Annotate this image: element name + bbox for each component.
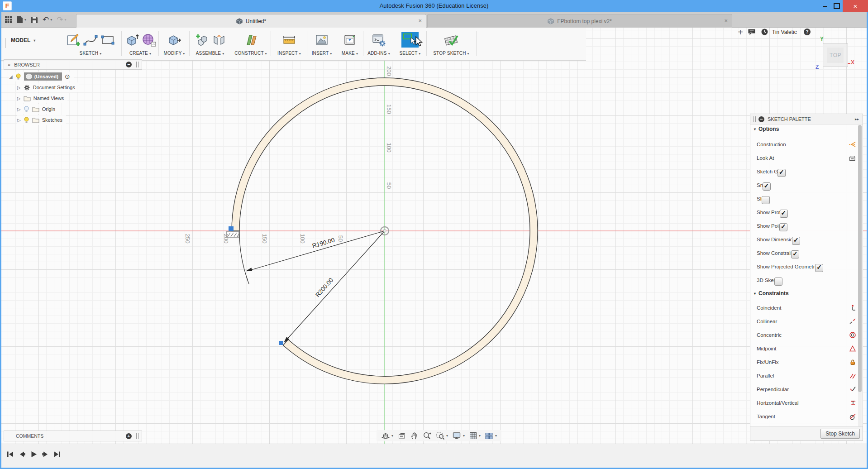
3d-sketch-checkbox[interactable] xyxy=(774,278,782,286)
viewcube-face-top[interactable]: TOP xyxy=(827,48,844,63)
palette-row-snap[interactable]: Snap xyxy=(750,180,863,191)
user-name[interactable]: Tin Valetic xyxy=(772,29,797,35)
palette-row-midpoint[interactable]: Midpoint xyxy=(750,343,863,354)
selected-endpoint[interactable] xyxy=(229,226,234,231)
palette-row-look-at[interactable]: Look At xyxy=(750,153,863,163)
sketch-grid-checkbox[interactable] xyxy=(777,169,786,177)
viewports-settings[interactable]: ▾ xyxy=(485,432,497,440)
palette-scrollbar[interactable] xyxy=(858,125,862,427)
ribbon-menu-stop-sketch[interactable]: STOP SKETCH ▾ xyxy=(427,51,475,56)
ribbon-menu-create[interactable]: CREATE ▾ xyxy=(122,51,158,56)
show-points-checkbox[interactable] xyxy=(779,223,787,231)
ribbon-menu-inspect[interactable]: INSPECT ▾ xyxy=(272,51,307,56)
palette-row-show-points[interactable]: Show Points xyxy=(750,220,863,231)
scripts-addins-icon[interactable] xyxy=(372,33,386,47)
lock-icon[interactable] xyxy=(849,359,856,366)
concentric-icon[interactable] xyxy=(849,331,856,339)
slice-checkbox[interactable] xyxy=(762,196,770,204)
expand-icon[interactable]: ▷ xyxy=(17,107,21,112)
panel-grip[interactable] xyxy=(136,62,139,67)
ribbon-menu-assemble[interactable]: ASSEMBLE ▾ xyxy=(190,51,230,56)
palette-row-slice[interactable]: Slice xyxy=(750,193,863,204)
tab-fpbottom-top-plexi[interactable]: FPbottom top plexi v2* × xyxy=(427,14,732,28)
ribbon-menu-addins[interactable]: ADD-INS ▾ xyxy=(364,51,394,56)
palette-row-perpendicular[interactable]: Perpendicular xyxy=(750,384,863,395)
rectangle-icon[interactable] xyxy=(100,33,115,47)
play-icon[interactable] xyxy=(30,450,38,458)
new-component-icon[interactable] xyxy=(194,33,209,47)
form-icon[interactable] xyxy=(142,33,156,47)
palette-row-concentric[interactable]: Concentric xyxy=(750,330,863,340)
browser-item-document-settings[interactable]: ▷ Document Settings xyxy=(17,82,79,92)
palette-row-3d-sketch[interactable]: 3D Sketch xyxy=(750,275,863,286)
construction-icon[interactable] xyxy=(848,141,856,148)
ribbon-menu-insert[interactable]: INSERT ▾ xyxy=(308,51,336,56)
clock-icon[interactable] xyxy=(761,28,768,36)
close-icon[interactable]: × xyxy=(724,17,728,24)
expand-icon[interactable]: ▷ xyxy=(17,85,21,90)
palette-row-coincident[interactable]: Coincident xyxy=(750,302,863,313)
root-node[interactable]: (Unsaved) xyxy=(24,72,62,81)
workspace-switcher[interactable]: MODEL▾ xyxy=(11,37,35,43)
show-constraints-checkbox[interactable] xyxy=(791,250,799,258)
insert-image-icon[interactable] xyxy=(315,33,329,47)
file-menu[interactable]: ▾ xyxy=(17,16,26,24)
apps-grid-icon[interactable] xyxy=(5,16,12,24)
maximize-button[interactable] xyxy=(831,0,843,12)
skip-end-icon[interactable] xyxy=(53,450,61,458)
tab-untitled[interactable]: Untitled* × xyxy=(76,14,426,28)
close-icon[interactable]: × xyxy=(418,17,422,24)
skip-start-icon[interactable] xyxy=(6,450,14,458)
palette-row-horizontal-vertical[interactable]: Horizontal/Vertical xyxy=(750,397,863,408)
show-projected-checkbox[interactable] xyxy=(815,264,823,272)
ribbon-menu-make[interactable]: MAKE ▾ xyxy=(337,51,363,56)
browser-item-origin[interactable]: ▷ Origin xyxy=(17,104,59,114)
palette-row-show-constraints[interactable]: Show Constraints xyxy=(750,248,863,258)
minimize-button[interactable] xyxy=(819,0,831,12)
joint-icon[interactable] xyxy=(211,33,226,47)
close-button[interactable]: × xyxy=(843,0,868,12)
panel-options-icon[interactable]: − xyxy=(126,62,132,67)
display-settings[interactable]: ▾ xyxy=(452,431,465,440)
grid-snap-settings[interactable]: ▾ xyxy=(469,431,481,440)
ribbon-grip[interactable] xyxy=(3,38,5,48)
midpoint-icon[interactable] xyxy=(849,345,856,352)
collapse-left-icon[interactable]: « xyxy=(8,62,10,67)
3d-print-icon[interactable] xyxy=(343,33,357,47)
scrollbar-thumb[interactable] xyxy=(858,125,862,392)
stop-sketch-icon[interactable] xyxy=(444,32,459,48)
browser-item-named-views[interactable]: ▷ Named Views xyxy=(17,93,67,103)
sketch-palette-header[interactable]: − SKETCH PALETTE ▸▸ xyxy=(750,114,863,124)
palette-row-fix-unfix[interactable]: Fix/UnFix xyxy=(750,357,863,368)
palette-row-construction[interactable]: Construction xyxy=(750,139,863,150)
look-at-icon[interactable] xyxy=(849,155,856,162)
measure-icon[interactable] xyxy=(282,33,296,47)
horizontal-vertical-icon[interactable] xyxy=(849,399,856,407)
bulb-on-icon[interactable] xyxy=(24,117,29,124)
step-forward-icon[interactable] xyxy=(42,450,49,458)
panel-grip[interactable] xyxy=(136,433,139,439)
dimension-r200[interactable]: R200.00 xyxy=(284,231,385,343)
activate-radio-icon[interactable]: ⊙ xyxy=(65,73,70,80)
viewcube[interactable]: TOP xyxy=(823,43,848,67)
orbit-tool[interactable]: ▾ xyxy=(381,431,393,440)
spline-icon[interactable] xyxy=(83,33,98,47)
save-icon[interactable] xyxy=(31,16,38,24)
expand-icon[interactable]: ▷ xyxy=(17,118,21,123)
extrude-icon[interactable] xyxy=(124,33,139,47)
pan-tool[interactable] xyxy=(410,431,419,440)
options-section-header[interactable]: ▾Options xyxy=(754,126,779,132)
create-sketch-icon[interactable] xyxy=(66,33,81,47)
construction-plane-icon[interactable] xyxy=(243,33,258,47)
perpendicular-icon[interactable] xyxy=(849,386,856,393)
browser-panel-header[interactable]: « BROWSER − xyxy=(4,59,142,70)
zoom-tool[interactable] xyxy=(423,431,432,440)
tangent-icon[interactable] xyxy=(849,413,856,420)
browser-item-sketches[interactable]: ▷ Sketches xyxy=(17,115,66,125)
ribbon-menu-select[interactable]: SELECT ▾ xyxy=(395,51,425,56)
palette-row-show-dimensions[interactable]: Show Dimensions xyxy=(750,234,863,245)
zoom-window-tool[interactable]: ▾ xyxy=(436,431,448,440)
gap-endpoint[interactable] xyxy=(279,341,283,345)
palette-row-sketch-grid[interactable]: Sketch Grid xyxy=(750,166,863,177)
bulb-off-icon[interactable] xyxy=(24,106,29,113)
